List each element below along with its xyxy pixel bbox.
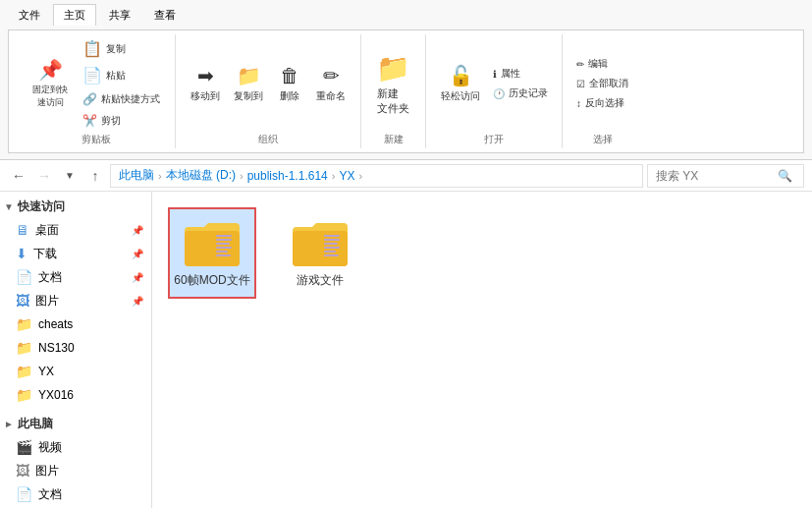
folder-icon: 📁 — [16, 316, 32, 332]
sidebar-item-desktop[interactable]: 🖥 桌面 📌 — [0, 218, 151, 242]
copy-to-icon: 📁 — [237, 64, 261, 87]
sidebar-item-videos[interactable]: 🎬 视频 — [0, 435, 151, 459]
paste-button[interactable]: 📄 粘贴 — [78, 63, 165, 87]
sidebar-item-ns130[interactable]: 📁 NS130 — [0, 336, 151, 360]
folder-icon: ⬇ — [16, 246, 27, 261]
folder-icon: 📁 — [16, 387, 32, 403]
move-to-button[interactable]: ➡ 移动到 — [186, 61, 225, 106]
breadcrumb-publish[interactable]: publish-1.1.614 — [247, 169, 328, 183]
content-area: 60帧MOD文件 — [152, 192, 812, 508]
sidebar-item-downloads[interactable]: ⬇ 下载 📌 — [0, 242, 151, 265]
sidebar-item-pictures2[interactable]: 🖼 图片 — [0, 459, 151, 482]
sidebar-item-label: 视频 — [38, 439, 62, 456]
ribbon-tabs: 文件 主页 共享 查看 — [8, 4, 804, 26]
sidebar-item-pictures[interactable]: 🖼 图片 📌 — [0, 289, 151, 312]
paste-shortcut-button[interactable]: 🔗 粘贴快捷方式 — [78, 89, 165, 109]
easy-access-button[interactable]: 🔓 轻松访问 — [436, 61, 485, 106]
folder-icon: 📁 — [16, 364, 32, 379]
nav-bar: ← → ▼ ↑ 此电脑 › 本地磁盘 (D:) › publish-1.1.61… — [0, 160, 812, 192]
cut-button[interactable]: ✂️ 剪切 — [78, 111, 165, 131]
this-pc-label: 此电脑 — [18, 416, 53, 432]
select-label: 选择 — [593, 133, 613, 146]
pin-icon: 📌 — [132, 296, 143, 307]
sidebar-item-label: YX016 — [38, 388, 74, 402]
svg-rect-2 — [216, 243, 230, 245]
svg-rect-5 — [216, 254, 231, 256]
ribbon: 文件 主页 共享 查看 📌 固定到快速访问 📋 复制 📄 粘贴 — [0, 0, 812, 160]
move-icon: ➡ — [197, 64, 214, 87]
svg-rect-9 — [324, 247, 340, 249]
delete-button[interactable]: 🗑 删除 — [272, 62, 307, 106]
back-button[interactable]: ← — [8, 165, 29, 187]
tab-file[interactable]: 文件 — [8, 4, 51, 26]
folder-label-60fps: 60帧MOD文件 — [174, 272, 249, 289]
svg-rect-11 — [324, 254, 339, 256]
folder-icon: 🖼 — [16, 293, 29, 309]
copy-button[interactable]: 📋 复制 — [78, 36, 165, 61]
paste-icon: 📄 — [82, 66, 102, 85]
folder-label-game-files: 游戏文件 — [297, 272, 344, 289]
svg-rect-6 — [324, 235, 340, 237]
invert-selection-button[interactable]: ↕ 反向选择 — [572, 94, 632, 112]
sidebar-item-yx[interactable]: 📁 YX — [0, 360, 151, 383]
sidebar-item-cheats[interactable]: 📁 cheats — [0, 312, 151, 336]
svg-rect-8 — [324, 243, 338, 245]
copy-to-button[interactable]: 📁 复制到 — [229, 61, 268, 106]
this-pc-header[interactable]: ► 此电脑 — [0, 413, 151, 435]
edit-icon: ✏ — [576, 59, 584, 70]
new-folder-icon: 📁 — [376, 52, 410, 85]
pin-icon: 📌 — [132, 249, 143, 259]
sidebar-item-documents[interactable]: 📄 文档 📌 — [0, 265, 151, 289]
select-all-button[interactable]: ☑ 全部取消 — [572, 75, 632, 92]
select-all-icon: ☑ — [576, 79, 585, 89]
sidebar-item-label: 图片 — [35, 463, 59, 480]
folder-icon: 🖼 — [16, 463, 29, 479]
breadcrumb-yx[interactable]: YX — [339, 169, 354, 183]
folder-item-game-files[interactable]: 游戏文件 — [276, 207, 364, 299]
properties-button[interactable]: ℹ 属性 — [489, 65, 552, 83]
ribbon-group-select: ✏ 编辑 ☑ 全部取消 ↕ 反向选择 选择 — [563, 34, 642, 148]
open-label: 打开 — [484, 133, 504, 146]
pin-icon: 📌 — [38, 58, 63, 82]
up-button[interactable]: ↑ — [84, 165, 106, 187]
tab-share[interactable]: 共享 — [98, 4, 141, 26]
clipboard-label: 剪贴板 — [81, 133, 111, 146]
sidebar-item-label: YX — [38, 365, 54, 378]
svg-rect-0 — [216, 235, 232, 237]
folder-icon: 📄 — [16, 486, 32, 502]
tab-view[interactable]: 查看 — [143, 4, 187, 26]
folder-icon: 🎬 — [16, 439, 32, 455]
sidebar: ▼ 快速访问 🖥 桌面 📌 ⬇ 下载 📌 📄 文档 📌 🖼 图片 📌 📁 che… — [0, 192, 152, 508]
sidebar-item-label: 图片 — [35, 293, 59, 310]
new-folder-button[interactable]: 📁 新建文件夹 — [371, 49, 415, 119]
folder-svg-game — [291, 217, 350, 268]
pin-icon: 📌 — [132, 272, 143, 283]
new-label: 新建 — [384, 133, 404, 146]
ribbon-group-open: 🔓 轻松访问 ℹ 属性 🕐 历史记录 打开 — [426, 34, 563, 148]
sidebar-item-label: cheats — [38, 317, 73, 331]
forward-button[interactable]: → — [33, 165, 55, 187]
invert-icon: ↕ — [576, 98, 581, 109]
ribbon-group-new: 📁 新建文件夹 新建 — [361, 34, 426, 148]
history-button[interactable]: 🕐 历史记录 — [489, 85, 552, 102]
folder-icon: 📄 — [16, 269, 32, 285]
pin-quick-access-button[interactable]: 📌 固定到快速访问 — [27, 55, 74, 112]
sidebar-item-documents2[interactable]: 📄 文档 — [0, 482, 151, 506]
breadcrumb-local-disk[interactable]: 本地磁盘 (D:) — [166, 167, 236, 184]
folder-icon: 📁 — [16, 340, 32, 356]
search-box: 🔍 — [647, 164, 804, 188]
cut-icon: ✂️ — [82, 114, 97, 128]
folder-item-60fps[interactable]: 60帧MOD文件 — [168, 207, 256, 299]
recent-locations-button[interactable]: ▼ — [59, 165, 81, 187]
breadcrumb-this-pc[interactable]: 此电脑 — [119, 167, 154, 184]
ribbon-group-clipboard: 📌 固定到快速访问 📋 复制 📄 粘贴 🔗 粘贴快捷方式 — [17, 34, 176, 148]
sidebar-item-yx016[interactable]: 📁 YX016 — [0, 383, 151, 407]
quick-access-header[interactable]: ▼ 快速访问 — [0, 196, 151, 218]
tab-home[interactable]: 主页 — [53, 4, 96, 26]
rename-button[interactable]: ✏ 重命名 — [311, 61, 351, 106]
search-input[interactable] — [656, 169, 774, 183]
sidebar-item-label: 文档 — [38, 269, 62, 286]
ribbon-content: 📌 固定到快速访问 📋 复制 📄 粘贴 🔗 粘贴快捷方式 — [8, 29, 804, 153]
edit-button[interactable]: ✏ 编辑 — [572, 55, 632, 73]
copy-icon: 📋 — [82, 39, 102, 58]
